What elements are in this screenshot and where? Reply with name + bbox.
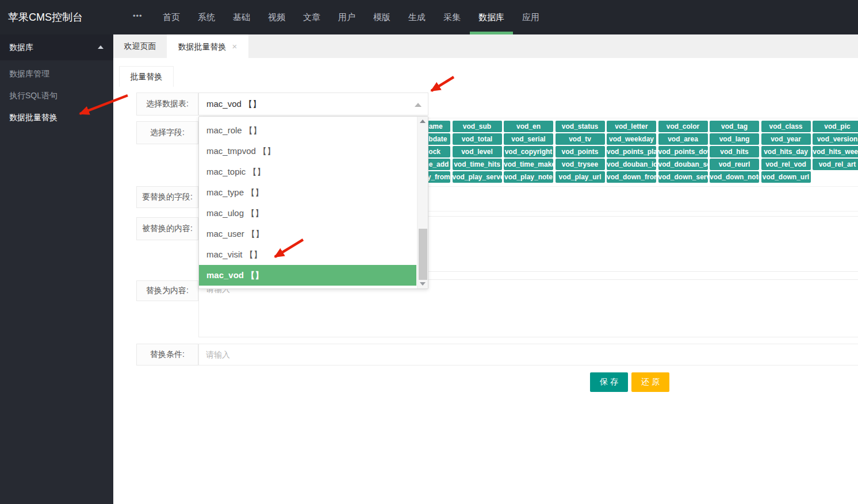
field-tag[interactable]: vod_copyright <box>504 146 553 157</box>
app-root: { "navbar": { "title": "苹果CMS控制台", "more… <box>0 0 858 504</box>
field-tag[interactable]: vod_weekday <box>607 133 656 145</box>
field-tag[interactable]: vod_sub <box>453 121 502 132</box>
field-tag[interactable]: vod_time_hits <box>453 159 502 170</box>
field-tags-grid: vod_namevod_subvod_envod_statusvod_lette… <box>401 121 858 184</box>
field-tag[interactable]: vod_hits_week <box>813 146 858 157</box>
tab-label: 数据批量替换 <box>178 42 227 51</box>
label-search-content: 被替换的内容: <box>136 217 198 240</box>
dropdown-option[interactable]: mac_topic 【】 <box>199 161 416 182</box>
field-tag[interactable]: vod_down_server <box>658 171 708 183</box>
field-tag[interactable]: vod_down_url <box>761 171 811 183</box>
field-tag[interactable]: vod_version <box>813 133 858 145</box>
field-tag[interactable]: vod_color <box>658 121 708 132</box>
field-tag[interactable]: vod_points_play <box>607 146 656 157</box>
tab-batch-replace[interactable]: 数据批量替换× <box>167 34 248 58</box>
field-tag[interactable]: vod_reurl <box>710 159 759 170</box>
dropdown-option[interactable]: mac_vod 【】 <box>199 265 416 286</box>
field-tag[interactable]: vod_douban_score <box>658 159 708 170</box>
field-tag[interactable]: vod_en <box>504 121 553 132</box>
sidebar-menu-item[interactable]: 数据批量替换 <box>0 106 113 128</box>
app-title: 苹果CMS控制台 <box>8 0 83 34</box>
field-tag[interactable]: vod_total <box>453 133 502 145</box>
field-tag-row: vod_namevod_subvod_envod_statusvod_lette… <box>401 121 858 132</box>
field-tag-row: vod_pubdatevod_totalvod_serialvod_tvvod_… <box>401 133 858 145</box>
field-tag[interactable]: vod_play_note <box>504 171 553 183</box>
field-tag[interactable]: vod_class <box>761 121 811 132</box>
field-tag[interactable]: vod_points_down <box>658 146 708 157</box>
field-tag[interactable]: vod_trysee <box>556 159 605 170</box>
dropdown-list: mac_role 【】mac_tmpvod 【】mac_topic 【】mac_… <box>199 120 416 286</box>
collapse-up-icon <box>98 45 104 49</box>
table-select-value: mac_vod 【】 <box>199 93 428 115</box>
field-tag[interactable]: vod_lang <box>710 133 759 145</box>
dropdown-scrollbar[interactable] <box>417 117 428 288</box>
top-menu-item[interactable]: 基础 <box>233 0 250 34</box>
dropdown-option[interactable]: mac_type 【】 <box>199 182 416 203</box>
field-tag[interactable]: vod_time_make <box>504 159 553 170</box>
field-tag[interactable]: vod_play_server <box>453 171 502 183</box>
top-menu-item[interactable]: 首页 <box>163 0 180 34</box>
label-replace-condition: 替换条件: <box>136 344 198 366</box>
field-tag[interactable]: vod_down_note <box>710 171 759 183</box>
top-menu-item[interactable]: 数据库 <box>478 0 504 34</box>
more-dots-icon[interactable]: ••• <box>133 0 143 34</box>
field-tag[interactable]: vod_level <box>453 146 502 157</box>
field-tag[interactable]: vod_area <box>658 133 708 145</box>
dropdown-option[interactable]: mac_tmpvod 【】 <box>199 141 416 161</box>
top-menu-item[interactable]: 用户 <box>338 0 355 34</box>
top-menu-item[interactable]: 模版 <box>373 0 390 34</box>
top-navbar: 苹果CMS控制台 ••• 首页系统基础视频文章用户模版生成采集数据库应用 <box>0 0 858 34</box>
top-menu-item[interactable]: 应用 <box>522 0 539 34</box>
field-tag[interactable]: vod_status <box>556 121 605 132</box>
tab-welcome-page[interactable]: 欢迎页面 <box>113 34 167 58</box>
field-tag[interactable]: vod_rel_art <box>813 159 858 170</box>
field-tag[interactable]: vod_tv <box>556 133 605 145</box>
scroll-up-icon[interactable] <box>417 117 428 126</box>
field-tag-row: vod_time_addvod_time_hitsvod_time_makevo… <box>401 159 858 170</box>
top-menu-item[interactable]: 视频 <box>268 0 285 34</box>
table-select[interactable]: mac_vod 【】 <box>198 93 428 116</box>
dropdown-option[interactable]: mac_user 【】 <box>199 224 416 244</box>
field-tag[interactable]: vod_letter <box>607 121 656 132</box>
caret-up-icon <box>415 103 422 107</box>
reset-button[interactable]: 还 原 <box>631 372 669 392</box>
field-tag[interactable]: vod_hits_day <box>761 146 811 157</box>
top-menu: 首页系统基础视频文章用户模版生成采集数据库应用 <box>163 0 539 34</box>
top-menu-item[interactable]: 采集 <box>443 0 461 34</box>
field-tag[interactable]: vod_tag <box>710 121 759 132</box>
scroll-down-icon[interactable] <box>417 279 428 288</box>
arrow-to-select-caret <box>431 77 454 91</box>
save-button[interactable]: 保 存 <box>590 372 628 392</box>
field-tag[interactable]: vod_pic <box>813 121 858 132</box>
page-tabstrip: 欢迎页面 数据批量替换× <box>113 34 858 58</box>
sidebar-menu-item[interactable]: 执行SQL语句 <box>0 84 113 106</box>
field-tag[interactable]: vod_douban_id <box>607 159 656 170</box>
field-tag[interactable]: vod_serial <box>504 133 553 145</box>
subtab-batch-replace[interactable]: 批量替换 <box>119 66 174 87</box>
top-menu-item[interactable]: 生成 <box>408 0 426 34</box>
sidebar: 数据库 数据库管理执行SQL语句数据批量替换 <box>0 34 113 504</box>
field-tag[interactable]: vod_down_from <box>607 171 656 183</box>
field-tag[interactable]: vod_play_url <box>556 171 605 183</box>
field-tag[interactable]: vod_points <box>556 146 605 157</box>
field-tag-row: vod_play_fromvod_play_servervod_play_not… <box>401 171 858 183</box>
dropdown-option[interactable]: mac_ulog 【】 <box>199 203 416 224</box>
dropdown-option[interactable]: mac_visit 【】 <box>199 244 416 265</box>
sidebar-menu-item[interactable]: 数据库管理 <box>0 63 113 84</box>
sidebar-group-database[interactable]: 数据库 <box>0 34 113 60</box>
label-select-table: 选择数据表: <box>136 93 198 116</box>
close-icon[interactable]: × <box>232 34 238 58</box>
label-replace-field: 要替换的字段: <box>136 186 198 208</box>
dropdown-option[interactable]: mac_role 【】 <box>199 120 416 141</box>
top-menu-item[interactable]: 文章 <box>303 0 320 34</box>
replace-condition-input[interactable] <box>198 344 858 366</box>
field-tag[interactable]: vod_year <box>761 133 811 145</box>
field-tag[interactable]: vod_rel_vod <box>761 159 811 170</box>
top-menu-item[interactable]: 系统 <box>198 0 215 34</box>
sidebar-group-label: 数据库 <box>9 43 33 52</box>
field-tag-row: vod_lockvod_levelvod_copyrightvod_points… <box>401 146 858 157</box>
field-tag[interactable]: vod_hits <box>710 146 759 157</box>
label-replace-content: 替换为内容: <box>136 280 198 301</box>
sidebar-menu: 数据库管理执行SQL语句数据批量替换 <box>0 60 113 128</box>
scrollbar-thumb[interactable] <box>419 229 427 280</box>
